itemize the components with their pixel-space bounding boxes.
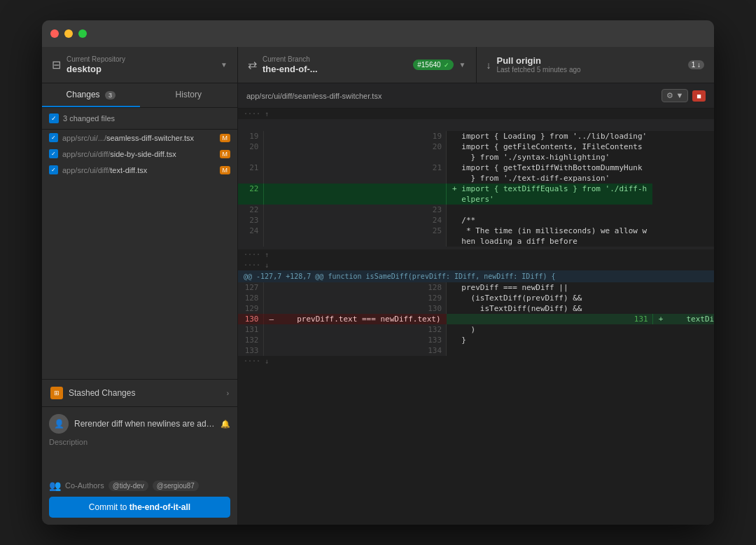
diff-split-row: 132 133 }	[238, 335, 714, 345]
hunk-header-2: @@ -127,7 +128,7 @@ function isSameDiff(…	[238, 270, 714, 282]
expand-top-icon[interactable]: ···· ↑	[238, 109, 714, 119]
diff-split-row: 131 132 )	[238, 324, 714, 335]
avatar: 👤	[49, 414, 69, 434]
file-list: ✓ app/src/ui/.../seamless-diff-switcher.…	[42, 130, 237, 379]
diff-expand-row-bottom: ···· ↓	[238, 356, 714, 366]
stash-icon: ⊞	[50, 387, 63, 399]
diff-line-row-added: elpers'	[238, 194, 714, 205]
diff-content[interactable]: ···· ↑ @@ -19,6 +19,7 @@ import { 19 19 …	[238, 109, 714, 525]
maximize-button[interactable]	[78, 29, 87, 38]
diff-expand-row-mid3: ···· ↓	[238, 260, 714, 270]
commit-title[interactable]: Rerender diff when newlines are adde	[74, 419, 215, 429]
coauthors-row: 👥 Co-Authors @tidy-dev @sergiou87	[49, 480, 230, 491]
fetch-arrow-icon: ↓	[486, 60, 491, 71]
expand-mid-down-icon[interactable]: ···· ↓	[238, 260, 714, 270]
stash-label: Stashed Changes	[69, 388, 135, 398]
diff-actions: ⚙ ▼ ■	[662, 89, 706, 102]
diff-settings-button[interactable]: ⚙ ▼	[662, 89, 688, 102]
diff-hunk-header-row: @@ -19,6 +19,7 @@ import {	[238, 119, 714, 131]
branch-name: the-end-of-...	[262, 64, 407, 75]
file-name-0: app/src/ui/.../seamless-diff-switcher.ts…	[62, 134, 216, 142]
fetch-label: Pull origin	[497, 55, 682, 67]
fetch-button[interactable]: ↓ Pull origin Last fetched 5 minutes ago…	[477, 47, 715, 83]
commit-author-row: 👤 Rerender diff when newlines are adde 🔔	[49, 414, 230, 434]
fetch-sublabel: Last fetched 5 minutes ago	[497, 66, 682, 74]
branch-icon: ⇄	[248, 58, 257, 71]
diff-filepath: app/src/ui/diff/seamless-diff-switcher.t…	[246, 92, 662, 100]
diff-line-row: 22 23	[238, 205, 714, 215]
file-checkbox-2[interactable]: ✓	[49, 165, 58, 174]
sidebar: Changes 3 History ✓ 3 changed files ✓ ap…	[42, 83, 238, 525]
expand-mid-up-icon[interactable]: ···· ↑	[238, 249, 714, 260]
diff-expand-row: ···· ↑	[238, 109, 714, 119]
diff-split-row: 133 134	[238, 345, 714, 356]
branch-label: Current Branch	[262, 55, 407, 64]
branch-selector[interactable]: ⇄ Current Branch the-end-of-... #15640 ✓…	[238, 47, 477, 83]
list-item[interactable]: ✓ app/src/ui/diff/text-diff.tsx M	[42, 162, 237, 178]
close-button[interactable]	[50, 29, 59, 38]
diff-line-row: hen loading a diff before	[238, 236, 714, 247]
diff-line-row: 23 24 /**	[238, 215, 714, 226]
commit-branch-name: the-end-of-it-all	[130, 502, 190, 512]
file-name-2: app/src/ui/diff/text-diff.tsx	[62, 166, 216, 174]
repo-chevron-icon: ▼	[220, 61, 227, 69]
toolbar: ⊟ Current Repository desktop ▼ ⇄ Current…	[42, 47, 714, 83]
coauthor-tag-1[interactable]: @tidy-dev	[108, 481, 148, 491]
diff-line-row: } from './syntax-highlighting'	[238, 152, 714, 163]
branch-chevron-icon: ▼	[459, 61, 466, 69]
changes-badge: 3	[105, 91, 115, 99]
commit-description[interactable]	[49, 438, 230, 471]
commit-section: 👤 Rerender diff when newlines are adde 🔔…	[42, 406, 237, 525]
file-checkbox-0[interactable]: ✓	[49, 133, 58, 142]
list-item[interactable]: ✓ app/src/ui/.../seamless-diff-switcher.…	[42, 130, 237, 146]
notification-icon[interactable]: 🔔	[220, 420, 230, 429]
stash-header[interactable]: ⊞ Stashed Changes ›	[42, 380, 237, 406]
commit-button[interactable]: Commit to the-end-of-it-all	[49, 497, 230, 518]
coauthors-icon: 👥	[49, 480, 61, 491]
expand-bottom-icon[interactable]: ···· ↓	[238, 356, 714, 366]
file-name-1: app/src/ui/diff/side-by-side-diff.tsx	[62, 150, 216, 158]
diff-changed-row: 130 – prevDiff.text === newDiff.text) 13…	[238, 314, 714, 324]
titlebar	[42, 20, 714, 47]
file-status-0: M	[220, 134, 231, 142]
diff-line-row: 19 19 import { Loading } from '../lib/lo…	[238, 131, 714, 142]
minimize-button[interactable]	[64, 29, 73, 38]
stash-section: ⊞ Stashed Changes ›	[42, 379, 237, 406]
diff-split-row: 129 130 isTextDiff(newDiff) &&	[238, 303, 714, 314]
select-all-checkbox[interactable]: ✓	[49, 113, 59, 123]
coauthor-tag-2[interactable]: @sergiou87	[153, 481, 199, 491]
list-item[interactable]: ✓ app/src/ui/diff/side-by-side-diff.tsx …	[42, 146, 237, 162]
diff-line-row: 24 25 * The time (in milliseconds) we al…	[238, 226, 714, 236]
branch-badge-number: #15640	[417, 61, 440, 69]
repo-label: Current Repository	[66, 55, 215, 64]
badge-check-icon: ✓	[444, 62, 449, 69]
diff-close-button[interactable]: ■	[692, 90, 706, 102]
sidebar-tabs: Changes 3 History	[42, 83, 237, 108]
diff-line-row-added: 22 + import { textDiffEquals } from './d…	[238, 184, 714, 194]
file-checkbox-1[interactable]: ✓	[49, 149, 58, 158]
diff-expand-row-mid2: ···· ↑	[238, 249, 714, 260]
app-window: ⊟ Current Repository desktop ▼ ⇄ Current…	[42, 20, 714, 525]
files-header: ✓ 3 changed files	[42, 108, 237, 130]
branch-badge: #15640 ✓	[413, 60, 453, 70]
diff-line-row: } from './text-diff-expansion'	[238, 173, 714, 184]
diff-line-row: 20 20 import { getFileContents, IFileCon…	[238, 142, 714, 152]
tab-history[interactable]: History	[140, 83, 238, 107]
diff-header: app/src/ui/diff/seamless-diff-switcher.t…	[238, 83, 714, 109]
diff-panel: app/src/ui/diff/seamless-diff-switcher.t…	[238, 83, 714, 525]
repo-selector[interactable]: ⊟ Current Repository desktop ▼	[42, 47, 238, 83]
tab-changes[interactable]: Changes 3	[42, 83, 140, 107]
coauthors-label: Co-Authors	[65, 481, 104, 490]
repo-name: desktop	[66, 64, 215, 75]
main-content: Changes 3 History ✓ 3 changed files ✓ ap…	[42, 83, 714, 525]
stash-chevron-icon: ›	[227, 389, 229, 397]
fetch-counter: 1 ↓	[688, 60, 704, 69]
diff-split-row: 127 128 prevDiff === newDiff ||	[238, 282, 714, 293]
diff-table: ···· ↑ @@ -19,6 +19,7 @@ import { 19 19 …	[238, 109, 714, 366]
repo-icon: ⊟	[52, 58, 61, 71]
file-status-1: M	[220, 150, 231, 158]
diff-hunk-header-row-2: @@ -127,7 +128,7 @@ function isSameDiff(…	[238, 270, 714, 282]
diff-split-row: 128 129 (isTextDiff(prevDiff) &&	[238, 293, 714, 303]
file-status-2: M	[220, 166, 231, 174]
files-count-label: 3 changed files	[63, 114, 115, 123]
